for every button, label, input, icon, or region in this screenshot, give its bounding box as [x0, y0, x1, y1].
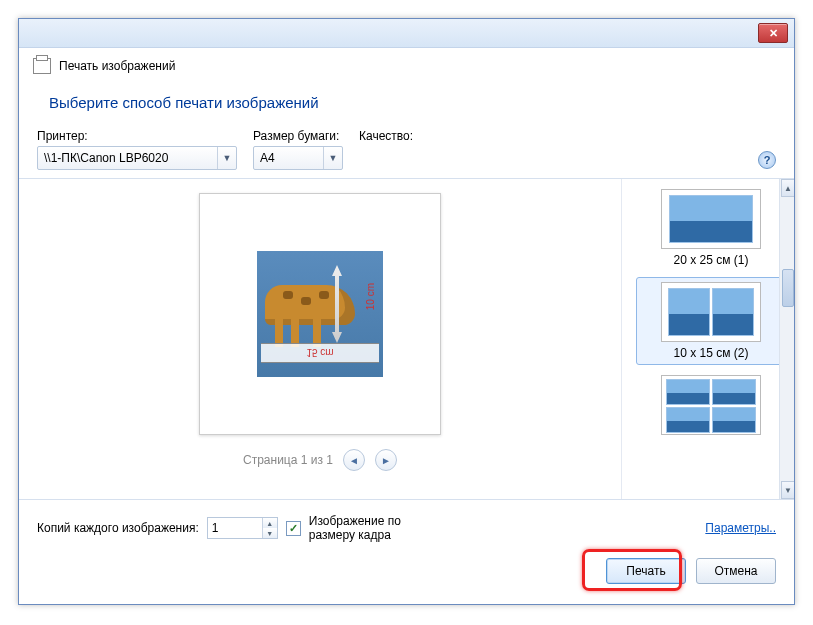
layout-option-10x15[interactable]: 10 x 15 см (2) [636, 277, 786, 365]
preview-v-dim: 10 cm [365, 283, 376, 310]
layout-label: 20 x 25 см (1) [636, 253, 786, 267]
preview-pane: 10 cm 15 cm Страница 1 из 1 ◄ ► [19, 179, 621, 499]
layout-option-20x25[interactable]: 20 x 25 см (1) [636, 189, 786, 267]
window-chrome: ✕ [19, 19, 794, 48]
printer-combo[interactable]: \\1-ПК\Canon LBP6020 ▼ [37, 146, 237, 170]
layout-label: 10 x 15 см (2) [639, 346, 783, 360]
layout-list: 20 x 25 см (1) 10 x 15 см (2) ▲ ▼ [621, 179, 794, 499]
printer-label: Принтер: [37, 129, 237, 143]
layout-scrollbar[interactable]: ▲ ▼ [779, 179, 794, 499]
chevron-down-icon: ▼ [217, 147, 236, 169]
fit-checkbox[interactable]: ✓ [286, 521, 301, 536]
help-icon[interactable]: ? [758, 151, 776, 169]
page-heading: Выберите способ печати изображений [19, 80, 794, 129]
printer-value: \\1-ПК\Canon LBP6020 [44, 151, 168, 165]
titlebar: Печать изображений [19, 48, 794, 80]
copies-input[interactable] [208, 518, 262, 538]
page-indicator: Страница 1 из 1 [243, 453, 333, 467]
printer-icon [33, 58, 51, 74]
prev-page-button[interactable]: ◄ [343, 449, 365, 471]
page-preview: 10 cm 15 cm [199, 193, 441, 435]
scroll-up-button[interactable]: ▲ [781, 179, 794, 197]
print-button[interactable]: Печать [606, 558, 686, 584]
quality-label: Качество: [359, 129, 449, 143]
next-page-button[interactable]: ► [375, 449, 397, 471]
preview-image: 10 cm 15 cm [257, 251, 383, 377]
paper-combo[interactable]: A4 ▼ [253, 146, 343, 170]
copies-label: Копий каждого изображения: [37, 521, 199, 535]
chevron-down-icon: ▼ [323, 147, 342, 169]
fit-label: Изображение по размеру кадра [309, 514, 429, 542]
cancel-button[interactable]: Отмена [696, 558, 776, 584]
paper-label: Размер бумаги: [253, 129, 343, 143]
paper-value: A4 [260, 151, 275, 165]
scroll-down-button[interactable]: ▼ [781, 481, 794, 499]
preview-h-dim: 15 cm [306, 348, 333, 359]
window-title: Печать изображений [59, 59, 175, 73]
close-button[interactable]: ✕ [758, 23, 788, 43]
options-link[interactable]: Параметры.. [705, 521, 776, 535]
layout-option-4up[interactable] [636, 375, 786, 435]
spin-down-icon[interactable]: ▼ [263, 528, 277, 538]
copies-stepper[interactable]: ▲▼ [207, 517, 278, 539]
spin-up-icon[interactable]: ▲ [263, 518, 277, 528]
print-dialog: ✕ Печать изображений Выберите способ печ… [18, 18, 795, 605]
scroll-thumb[interactable] [782, 269, 794, 307]
